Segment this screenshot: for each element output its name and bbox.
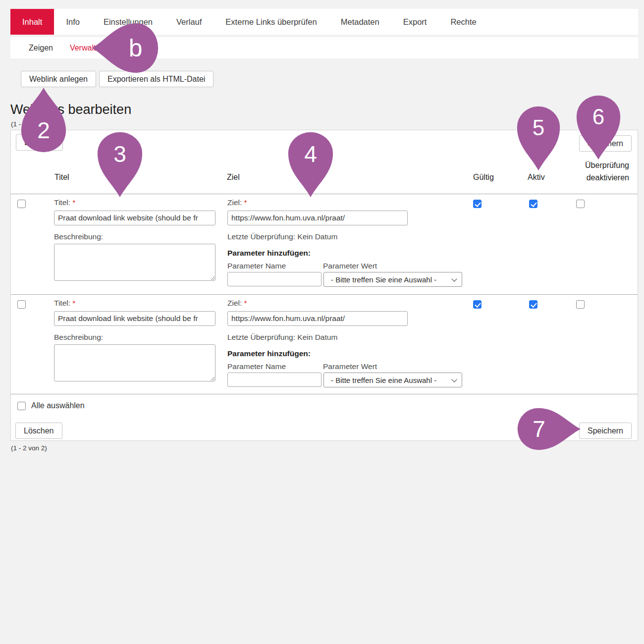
pagination-bottom: (1 - 2 von 2) (11, 444, 47, 452)
column-header-aktiv: Aktiv (528, 173, 545, 182)
annotation-pin-b: b (92, 22, 159, 74)
valid-checkbox[interactable] (473, 200, 482, 208)
required-asterisk: * (72, 198, 75, 207)
tab-info[interactable]: Info (54, 9, 92, 35)
description-label: Beschreibung: (54, 333, 103, 342)
annotation-pin-2: 2 (20, 88, 67, 153)
description-textarea[interactable] (54, 344, 215, 381)
annotation-pin-3: 3 (97, 131, 143, 197)
param-add-heading: Parameter hinzufügen: (227, 349, 311, 358)
select-all-checkbox[interactable] (17, 402, 26, 410)
tab-export[interactable]: Export (391, 9, 439, 35)
param-name-label: Parameter Name (227, 362, 286, 371)
annotation-pin-7: 7 (517, 407, 581, 451)
chevron-down-icon (451, 276, 457, 281)
param-name-label: Parameter Name (227, 262, 286, 270)
required-asterisk: * (244, 299, 247, 307)
title-label: Titel: * (54, 299, 75, 308)
row-select-checkbox[interactable] (17, 200, 26, 208)
required-asterisk: * (244, 198, 247, 207)
active-checkbox[interactable] (529, 300, 537, 309)
column-header-ziel: Ziel (227, 173, 240, 182)
tab-verlauf[interactable]: Verlauf (164, 9, 214, 35)
check-disable-checkbox[interactable] (576, 200, 585, 208)
param-value-label: Parameter Wert (323, 262, 377, 270)
target-label: Ziel: * (227, 299, 247, 308)
weblink-row: Titel: * Beschreibung: Ziel: * Letzte Üb… (11, 295, 638, 394)
create-weblink-button[interactable]: Weblink anlegen (21, 71, 96, 87)
active-checkbox[interactable] (529, 200, 537, 208)
param-value-label: Parameter Wert (323, 362, 377, 371)
target-input[interactable] (227, 311, 408, 326)
description-label: Beschreibung: (54, 232, 103, 241)
required-asterisk: * (72, 299, 75, 307)
last-check-text: Letzte Überprüfung: Kein Datum (227, 232, 337, 241)
annotation-label: 4 (287, 131, 334, 177)
check-disable-checkbox[interactable] (576, 300, 585, 309)
target-label: Ziel: * (227, 198, 247, 207)
tab-rechte[interactable]: Rechte (438, 9, 488, 35)
description-textarea[interactable] (54, 244, 215, 281)
save-button[interactable]: Speichern (579, 423, 632, 439)
column-header-gueltig: Gültig (473, 173, 494, 182)
chevron-down-icon (451, 376, 457, 382)
param-name-input[interactable] (227, 272, 322, 286)
title-input[interactable] (54, 211, 215, 225)
select-all-label: Alle auswählen (31, 401, 85, 410)
tab-externe-links-ueberpruefen[interactable]: Externe Links überprüfen (214, 9, 328, 35)
param-value-select[interactable]: - Bitte treffen Sie eine Auswahl - (323, 373, 462, 387)
delete-button[interactable]: Löschen (15, 423, 62, 439)
annotation-label: b (112, 22, 160, 74)
column-header-ueberpruefung-deaktivieren: Überprüfung deaktivieren (569, 159, 629, 184)
param-name-input[interactable] (227, 373, 322, 387)
title-input[interactable] (54, 311, 215, 326)
annotation-label: 6 (576, 95, 621, 139)
weblink-row: Titel: * Beschreibung: Ziel: * Letzte Üb… (11, 194, 638, 294)
title-label: Titel: * (54, 198, 75, 207)
tab-inhalt[interactable]: Inhalt (10, 9, 54, 35)
subtab-zeigen[interactable]: Zeigen (20, 44, 61, 53)
column-header-titel: Titel (54, 173, 69, 182)
param-value-select[interactable]: - Bitte treffen Sie eine Auswahl - (323, 272, 462, 287)
row-select-checkbox[interactable] (17, 300, 26, 309)
annotation-label: 2 (20, 108, 67, 153)
page: Inhalt Info Einstellungen Verlauf Extern… (0, 0, 644, 644)
param-add-heading: Parameter hinzufügen: (227, 249, 311, 258)
annotation-pin-4: 4 (287, 131, 334, 197)
annotation-label: 5 (516, 106, 561, 150)
target-input[interactable] (227, 211, 408, 225)
annotation-label: 3 (97, 131, 143, 177)
tab-metadaten[interactable]: Metadaten (329, 9, 391, 35)
last-check-text: Letzte Überprüfung: Kein Datum (227, 333, 337, 342)
annotation-label: 7 (517, 407, 561, 451)
annotation-pin-6: 6 (576, 95, 621, 160)
valid-checkbox[interactable] (473, 300, 482, 309)
annotation-pin-5: 5 (516, 106, 561, 170)
